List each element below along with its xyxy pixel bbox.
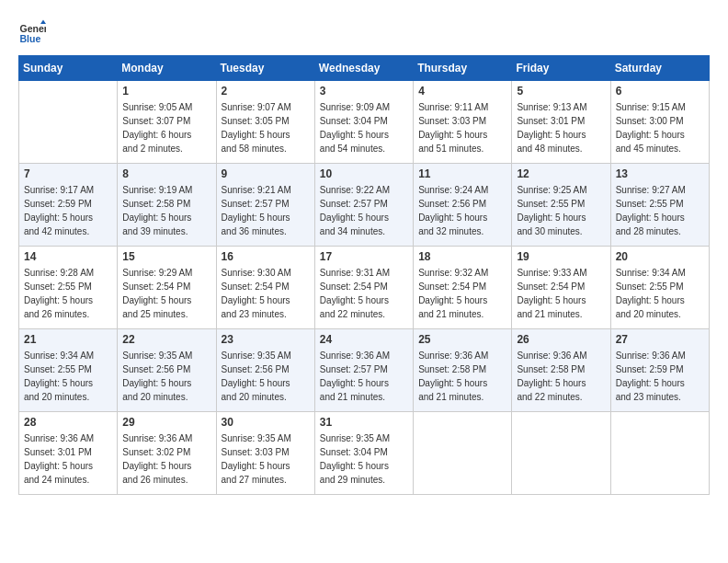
day-info: Sunrise: 9:29 AM Sunset: 2:54 PM Dayligh… [122, 266, 210, 321]
calendar-cell: 24Sunrise: 9:36 AM Sunset: 2:57 PM Dayli… [314, 329, 413, 412]
calendar-cell: 29Sunrise: 9:36 AM Sunset: 3:02 PM Dayli… [118, 412, 216, 495]
calendar-cell: 13Sunrise: 9:27 AM Sunset: 2:55 PM Dayli… [610, 164, 709, 247]
week-row-5: 28Sunrise: 9:36 AM Sunset: 3:01 PM Dayli… [19, 412, 710, 495]
header-saturday: Saturday [610, 56, 709, 81]
calendar-cell: 27Sunrise: 9:36 AM Sunset: 2:59 PM Dayli… [610, 329, 709, 412]
header-tuesday: Tuesday [216, 56, 314, 81]
day-info: Sunrise: 9:36 AM Sunset: 2:59 PM Dayligh… [616, 349, 704, 404]
day-number: 2 [222, 85, 310, 98]
day-number: 20 [616, 250, 704, 263]
day-number: 15 [122, 250, 210, 263]
day-info: Sunrise: 9:35 AM Sunset: 3:04 PM Dayligh… [320, 431, 408, 487]
calendar-cell: 17Sunrise: 9:31 AM Sunset: 2:54 PM Dayli… [314, 247, 413, 329]
day-number: 7 [24, 167, 112, 180]
calendar-cell: 19Sunrise: 9:33 AM Sunset: 2:54 PM Dayli… [512, 247, 610, 329]
svg-text:Blue: Blue [20, 33, 41, 44]
day-info: Sunrise: 9:11 AM Sunset: 3:03 PM Dayligh… [418, 100, 506, 155]
day-number: 1 [122, 85, 210, 98]
day-info: Sunrise: 9:30 AM Sunset: 2:54 PM Dayligh… [222, 266, 310, 321]
day-number: 10 [320, 167, 408, 180]
day-number: 12 [517, 167, 605, 180]
day-info: Sunrise: 9:28 AM Sunset: 2:55 PM Dayligh… [24, 266, 112, 321]
calendar-cell: 22Sunrise: 9:35 AM Sunset: 2:56 PM Dayli… [118, 329, 216, 412]
day-info: Sunrise: 9:17 AM Sunset: 2:59 PM Dayligh… [24, 183, 112, 238]
day-number: 13 [616, 167, 704, 180]
calendar-cell: 26Sunrise: 9:36 AM Sunset: 2:58 PM Dayli… [512, 329, 610, 412]
day-number: 5 [517, 85, 605, 98]
day-info: Sunrise: 9:19 AM Sunset: 2:58 PM Dayligh… [122, 183, 210, 238]
day-number: 27 [616, 333, 704, 346]
day-number: 24 [320, 333, 408, 346]
day-info: Sunrise: 9:24 AM Sunset: 2:56 PM Dayligh… [418, 183, 506, 238]
day-number: 26 [517, 333, 605, 346]
day-info: Sunrise: 9:22 AM Sunset: 2:57 PM Dayligh… [320, 183, 408, 238]
day-number: 17 [320, 250, 408, 263]
logo-icon: General Blue [18, 18, 46, 46]
calendar-cell [414, 412, 512, 495]
day-number: 3 [320, 85, 408, 98]
week-row-2: 7Sunrise: 9:17 AM Sunset: 2:59 PM Daylig… [19, 164, 710, 247]
day-number: 22 [122, 333, 210, 346]
calendar-cell: 7Sunrise: 9:17 AM Sunset: 2:59 PM Daylig… [19, 164, 118, 247]
day-number: 31 [320, 416, 408, 429]
calendar-cell: 3Sunrise: 9:09 AM Sunset: 3:04 PM Daylig… [314, 81, 413, 164]
day-number: 11 [418, 167, 506, 180]
day-info: Sunrise: 9:33 AM Sunset: 2:54 PM Dayligh… [517, 266, 605, 321]
day-info: Sunrise: 9:35 AM Sunset: 3:03 PM Dayligh… [222, 431, 310, 487]
header-sunday: Sunday [19, 56, 118, 81]
header-row: SundayMondayTuesdayWednesdayThursdayFrid… [19, 56, 710, 81]
day-number: 14 [24, 250, 112, 263]
header-friday: Friday [512, 56, 610, 81]
day-number: 18 [418, 250, 506, 263]
calendar-cell: 14Sunrise: 9:28 AM Sunset: 2:55 PM Dayli… [19, 247, 118, 329]
header-monday: Monday [118, 56, 216, 81]
day-info: Sunrise: 9:09 AM Sunset: 3:04 PM Dayligh… [320, 100, 408, 155]
logo: General Blue [18, 18, 50, 46]
day-info: Sunrise: 9:32 AM Sunset: 2:54 PM Dayligh… [418, 266, 506, 321]
calendar-cell [19, 81, 118, 164]
day-info: Sunrise: 9:36 AM Sunset: 2:58 PM Dayligh… [517, 349, 605, 404]
header-thursday: Thursday [414, 56, 512, 81]
day-info: Sunrise: 9:36 AM Sunset: 3:01 PM Dayligh… [24, 431, 112, 487]
calendar-table: SundayMondayTuesdayWednesdayThursdayFrid… [18, 55, 710, 495]
day-info: Sunrise: 9:36 AM Sunset: 2:58 PM Dayligh… [418, 349, 506, 404]
calendar-cell: 30Sunrise: 9:35 AM Sunset: 3:03 PM Dayli… [216, 412, 314, 495]
day-info: Sunrise: 9:31 AM Sunset: 2:54 PM Dayligh… [320, 266, 408, 321]
day-info: Sunrise: 9:21 AM Sunset: 2:57 PM Dayligh… [222, 183, 310, 238]
day-info: Sunrise: 9:07 AM Sunset: 3:05 PM Dayligh… [222, 100, 310, 155]
day-number: 21 [24, 333, 112, 346]
day-info: Sunrise: 9:34 AM Sunset: 2:55 PM Dayligh… [616, 266, 704, 321]
calendar-cell: 8Sunrise: 9:19 AM Sunset: 2:58 PM Daylig… [118, 164, 216, 247]
day-number: 23 [222, 333, 310, 346]
calendar-cell: 2Sunrise: 9:07 AM Sunset: 3:05 PM Daylig… [216, 81, 314, 164]
day-info: Sunrise: 9:36 AM Sunset: 3:02 PM Dayligh… [122, 431, 210, 487]
calendar-cell: 20Sunrise: 9:34 AM Sunset: 2:55 PM Dayli… [610, 247, 709, 329]
week-row-3: 14Sunrise: 9:28 AM Sunset: 2:55 PM Dayli… [19, 247, 710, 329]
calendar-cell: 5Sunrise: 9:13 AM Sunset: 3:01 PM Daylig… [512, 81, 610, 164]
calendar-cell: 16Sunrise: 9:30 AM Sunset: 2:54 PM Dayli… [216, 247, 314, 329]
week-row-1: 1Sunrise: 9:05 AM Sunset: 3:07 PM Daylig… [19, 81, 710, 164]
day-number: 19 [517, 250, 605, 263]
day-number: 6 [616, 85, 704, 98]
calendar-cell: 6Sunrise: 9:15 AM Sunset: 3:00 PM Daylig… [610, 81, 709, 164]
day-info: Sunrise: 9:05 AM Sunset: 3:07 PM Dayligh… [122, 100, 210, 155]
calendar-cell: 15Sunrise: 9:29 AM Sunset: 2:54 PM Dayli… [118, 247, 216, 329]
day-info: Sunrise: 9:36 AM Sunset: 2:57 PM Dayligh… [320, 349, 408, 404]
calendar-cell: 9Sunrise: 9:21 AM Sunset: 2:57 PM Daylig… [216, 164, 314, 247]
calendar-cell: 23Sunrise: 9:35 AM Sunset: 2:56 PM Dayli… [216, 329, 314, 412]
week-row-4: 21Sunrise: 9:34 AM Sunset: 2:55 PM Dayli… [19, 329, 710, 412]
calendar-cell: 28Sunrise: 9:36 AM Sunset: 3:01 PM Dayli… [19, 412, 118, 495]
calendar-cell: 25Sunrise: 9:36 AM Sunset: 2:58 PM Dayli… [414, 329, 512, 412]
calendar-cell [610, 412, 709, 495]
svg-marker-2 [40, 20, 46, 25]
day-number: 29 [122, 416, 210, 429]
calendar-cell: 12Sunrise: 9:25 AM Sunset: 2:55 PM Dayli… [512, 164, 610, 247]
page-header: General Blue [18, 18, 710, 46]
day-info: Sunrise: 9:27 AM Sunset: 2:55 PM Dayligh… [616, 183, 704, 238]
calendar-cell [512, 412, 610, 495]
day-number: 16 [222, 250, 310, 263]
day-number: 28 [24, 416, 112, 429]
header-wednesday: Wednesday [314, 56, 413, 81]
day-info: Sunrise: 9:35 AM Sunset: 2:56 PM Dayligh… [122, 349, 210, 404]
calendar-cell: 10Sunrise: 9:22 AM Sunset: 2:57 PM Dayli… [314, 164, 413, 247]
